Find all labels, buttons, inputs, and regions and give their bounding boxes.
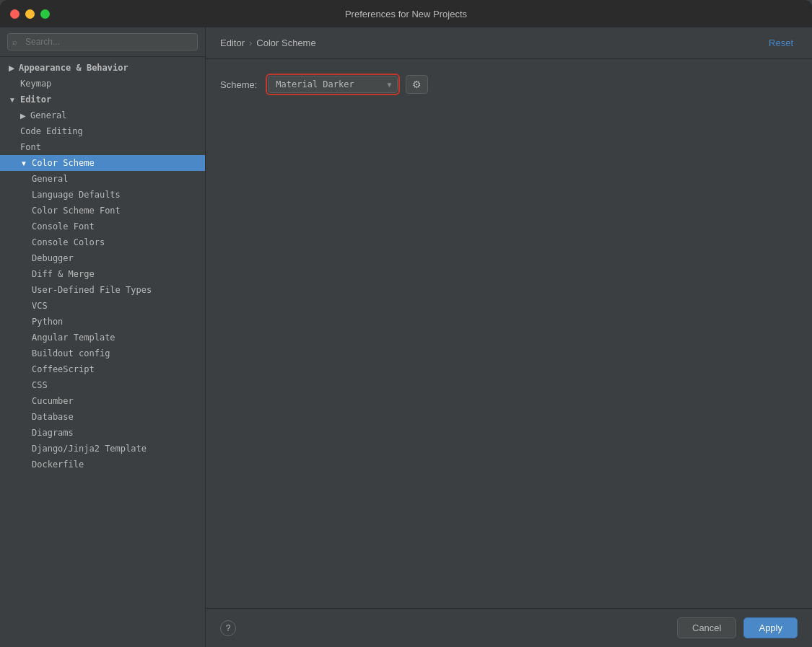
sidebar-item-code-editing[interactable]: Code Editing — [0, 123, 205, 139]
reset-button[interactable]: Reset — [764, 36, 798, 50]
sidebar-item-buildout-config[interactable]: Buildout config — [0, 345, 205, 361]
sidebar-item-color-scheme-font[interactable]: Color Scheme Font — [0, 203, 205, 219]
sidebar-item-label: Console Colors — [32, 237, 105, 247]
sidebar-item-label: Appearance & Behavior — [19, 63, 128, 73]
breadcrumb-part1: Editor — [220, 38, 245, 48]
sidebar-item-keymap[interactable]: Keymap — [0, 76, 205, 92]
breadcrumb: Editor › Color Scheme — [220, 38, 316, 48]
sidebar-item-console-colors[interactable]: Console Colors — [0, 234, 205, 250]
sidebar-item-label: General — [32, 174, 69, 184]
search-wrapper: ⌕ — [7, 33, 198, 50]
gear-icon: ⚙ — [412, 79, 422, 90]
sidebar-item-label: General — [30, 110, 67, 120]
help-icon: ? — [226, 623, 231, 633]
sidebar-item-cs-general[interactable]: General — [0, 171, 205, 187]
scheme-select-wrapper: Material Darker Default Darcula High Con… — [266, 74, 428, 95]
breadcrumb-separator: › — [249, 38, 252, 48]
sidebar-item-user-defined-file-types[interactable]: User-Defined File Types — [0, 282, 205, 298]
search-bar: ⌕ — [0, 27, 205, 57]
sidebar-item-label: Dockerfile — [32, 459, 84, 470]
sidebar-item-css[interactable]: CSS — [0, 377, 205, 393]
breadcrumb-part2: Color Scheme — [256, 38, 315, 48]
sidebar-item-label: CoffeeScript — [32, 364, 95, 374]
sidebar-item-editor[interactable]: ▼ Editor — [0, 92, 205, 107]
sidebar-item-general[interactable]: ▶ General — [0, 107, 205, 123]
sidebar-item-label: Code Editing — [20, 126, 83, 136]
sidebar-item-label: Diagrams — [32, 428, 74, 438]
search-input[interactable] — [7, 33, 198, 50]
sidebar-item-dockerfile[interactable]: Dockerfile — [0, 457, 205, 472]
sidebar-item-coffeescript[interactable]: CoffeeScript — [0, 361, 205, 377]
window-title: Preferences for New Projects — [345, 9, 467, 19]
sidebar-item-cucumber[interactable]: Cucumber — [0, 393, 205, 409]
sidebar-item-python[interactable]: Python — [0, 314, 205, 330]
sidebar-item-label: Language Defaults — [32, 190, 121, 200]
sidebar-item-appearance-behavior[interactable]: ▶ Appearance & Behavior — [0, 60, 205, 76]
sidebar-item-label: Database — [32, 412, 74, 422]
sidebar-item-font[interactable]: Font — [0, 139, 205, 155]
sidebar-item-diagrams[interactable]: Diagrams — [0, 425, 205, 441]
chevron-icon: ▼ — [20, 159, 27, 167]
sidebar-item-label: Keymap — [20, 79, 51, 89]
sidebar-item-database[interactable]: Database — [0, 409, 205, 425]
scheme-select[interactable]: Material Darker Default Darcula High Con… — [268, 76, 398, 93]
chevron-icon: ▼ — [9, 96, 16, 104]
sidebar-item-angular-template[interactable]: Angular Template — [0, 330, 205, 345]
title-bar: Preferences for New Projects — [0, 0, 812, 27]
scheme-label: Scheme: — [220, 79, 257, 90]
scheme-row: Scheme: Material Darker Default Darcula … — [220, 74, 798, 95]
preferences-window: Preferences for New Projects ⌕ ▶ Appeara… — [0, 0, 812, 647]
main-content: ⌕ ▶ Appearance & Behavior Keymap ▼ Edito… — [0, 27, 812, 647]
search-icon: ⌕ — [12, 38, 17, 46]
help-button[interactable]: ? — [220, 620, 236, 636]
sidebar-item-label: Cucumber — [32, 396, 74, 406]
sidebar: ⌕ ▶ Appearance & Behavior Keymap ▼ Edito… — [0, 27, 206, 647]
sidebar-item-label: Angular Template — [32, 333, 115, 343]
traffic-lights — [10, 9, 50, 19]
cancel-button[interactable]: Cancel — [677, 617, 736, 638]
sidebar-item-label: Editor — [20, 94, 51, 105]
sidebar-item-label: Color Scheme Font — [32, 206, 121, 216]
apply-button[interactable]: Apply — [743, 617, 798, 638]
sidebar-item-label: Python — [32, 317, 63, 327]
close-button[interactable] — [10, 9, 19, 19]
sidebar-item-label: VCS — [32, 301, 48, 311]
sidebar-item-django-jinja2[interactable]: Django/Jinja2 Template — [0, 441, 205, 457]
panel-header: Editor › Color Scheme Reset — [206, 27, 812, 59]
sidebar-item-label: CSS — [32, 380, 48, 390]
chevron-icon: ▶ — [20, 112, 26, 120]
sidebar-item-language-defaults[interactable]: Language Defaults — [0, 187, 205, 203]
right-panel: Editor › Color Scheme Reset Scheme: Mate… — [206, 27, 812, 647]
sidebar-item-debugger[interactable]: Debugger — [0, 250, 205, 266]
bottom-bar: ? Cancel Apply — [206, 608, 812, 647]
sidebar-item-label: Diff & Merge — [32, 269, 95, 279]
sidebar-item-diff-merge[interactable]: Diff & Merge — [0, 266, 205, 282]
sidebar-item-label: Django/Jinja2 Template — [32, 444, 147, 454]
gear-button[interactable]: ⚙ — [406, 75, 428, 94]
chevron-icon: ▶ — [9, 64, 14, 72]
sidebar-item-label: Buildout config — [32, 348, 110, 358]
sidebar-item-label: User-Defined File Types — [32, 285, 152, 295]
minimize-button[interactable] — [25, 9, 35, 19]
panel-body: Scheme: Material Darker Default Darcula … — [206, 59, 812, 608]
sidebar-item-console-font[interactable]: Console Font — [0, 219, 205, 234]
sidebar-item-label: Console Font — [32, 221, 95, 232]
sidebar-item-vcs[interactable]: VCS — [0, 298, 205, 314]
bottom-buttons: Cancel Apply — [677, 617, 798, 638]
maximize-button[interactable] — [40, 9, 50, 19]
sidebar-item-label: Color Scheme — [32, 158, 95, 168]
sidebar-item-color-scheme[interactable]: ▼ Color Scheme — [0, 155, 205, 171]
sidebar-item-label: Debugger — [32, 253, 74, 263]
sidebar-item-label: Font — [20, 142, 41, 152]
sidebar-tree: ▶ Appearance & Behavior Keymap ▼ Editor … — [0, 57, 205, 647]
scheme-select-container: Material Darker Default Darcula High Con… — [266, 74, 400, 95]
